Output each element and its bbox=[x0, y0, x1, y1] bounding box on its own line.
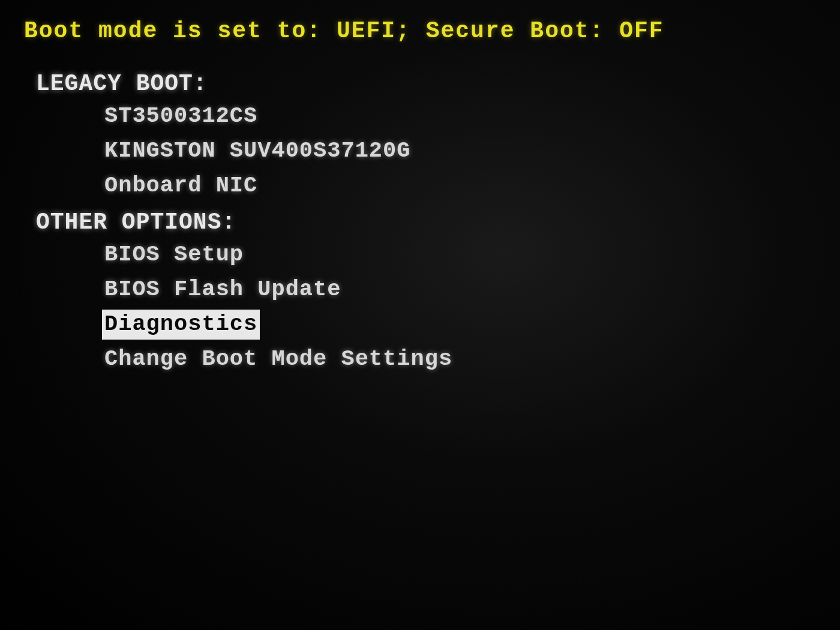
bios-boot-menu: Boot mode is set to: UEFI; Secure Boot: … bbox=[0, 0, 840, 401]
boot-device-kingston[interactable]: KINGSTON SUV400S37120G bbox=[102, 136, 413, 166]
boot-device-onboard-nic[interactable]: Onboard NIC bbox=[102, 171, 260, 201]
option-bios-flash-update[interactable]: BIOS Flash Update bbox=[102, 275, 343, 305]
legacy-boot-header: LEGACY BOOT: bbox=[36, 71, 816, 97]
option-bios-setup[interactable]: BIOS Setup bbox=[102, 240, 246, 270]
option-diagnostics[interactable]: Diagnostics bbox=[102, 310, 260, 340]
option-change-boot-mode[interactable]: Change Boot Mode Settings bbox=[102, 344, 455, 374]
boot-mode-status: Boot mode is set to: UEFI; Secure Boot: … bbox=[24, 18, 816, 44]
boot-device-st3500312cs[interactable]: ST3500312CS bbox=[102, 101, 260, 131]
other-options-header: OTHER OPTIONS: bbox=[36, 209, 816, 235]
legacy-boot-section: LEGACY BOOT: ST3500312CS KINGSTON SUV400… bbox=[24, 71, 816, 206]
other-options-section: OTHER OPTIONS: BIOS Setup BIOS Flash Upd… bbox=[24, 209, 816, 379]
